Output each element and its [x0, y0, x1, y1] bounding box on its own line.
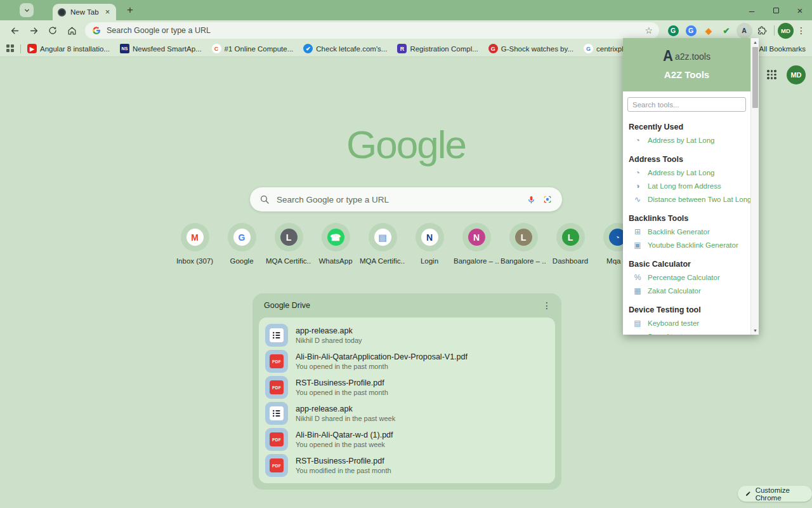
tool-item[interactable]: %Percentage Calculator: [629, 271, 745, 284]
a2z-logo-icon: A: [663, 49, 673, 64]
tool-item[interactable]: ◑Lat Long from Address: [629, 179, 745, 192]
popup-scrollbar[interactable]: ▲ ▼: [750, 38, 759, 335]
tools-sections: Recently Used◔Address by Lat LongAddress…: [623, 113, 750, 335]
tool-item-label: Address by Lat Long: [648, 169, 715, 177]
tool-item[interactable]: ⊞Backlink Generator: [629, 225, 745, 238]
tool-item[interactable]: ∿Distance between Two Lat Long: [629, 192, 745, 206]
tool-item[interactable]: ◔Address by Lat Long: [629, 166, 745, 179]
drive-file-row[interactable]: app-release.apkNikhil D shared today: [265, 323, 549, 348]
customize-chrome-button[interactable]: Customize Chrome: [738, 486, 812, 502]
apps-grid-icon[interactable]: [6, 44, 15, 53]
drive-file-row[interactable]: PDFRST-Business-Profile.pdfYou opened in…: [265, 375, 549, 400]
shortcut-tile[interactable]: LMQA Certific...: [265, 223, 312, 265]
tab-close-icon[interactable]: ×: [103, 8, 112, 17]
profile-avatar[interactable]: MD: [787, 65, 806, 84]
bookmark-item[interactable]: GG-Shock watches by...: [488, 44, 573, 53]
grammarly-icon[interactable]: G: [665, 23, 681, 39]
keyboard-icon: ▤: [633, 319, 642, 328]
profile-avatar[interactable]: MD: [778, 23, 794, 39]
shortcut-tile[interactable]: LDashboard: [547, 223, 594, 265]
bookmark-item[interactable]: ✔Check letcafe.com's...: [303, 44, 387, 53]
checkmark-icon[interactable]: ✔: [719, 23, 735, 39]
extensions-puzzle-icon[interactable]: [754, 23, 770, 39]
shortcut-tile[interactable]: GGoogle: [218, 223, 265, 265]
gmail-icon: M: [187, 229, 204, 246]
pdf-badge: PDF: [270, 458, 284, 472]
bookmark-star-icon[interactable]: ☆: [645, 25, 653, 36]
bookmark-item[interactable]: RRegistration Compl...: [397, 44, 478, 53]
tool-item-label: Zakat Calculator: [648, 287, 701, 295]
drive-file-name: Ali-Bin-Ali-Qatar-w-d (1).pdf: [296, 431, 393, 439]
scroll-up-icon[interactable]: ▲: [751, 38, 759, 46]
back-icon: [10, 25, 20, 36]
home-button[interactable]: [64, 23, 79, 38]
shortcut-tile[interactable]: NLogin: [406, 223, 453, 265]
tools-search-input[interactable]: [627, 97, 746, 112]
restore-button[interactable]: [764, 0, 788, 20]
bookmark-item[interactable]: ▶Angular 8 installatio...: [27, 44, 110, 53]
grammarly-icon-glyph: G: [668, 25, 679, 36]
scrollbar-thumb[interactable]: [752, 47, 758, 108]
search-input[interactable]: [277, 195, 519, 204]
minimize-button[interactable]: –: [740, 0, 764, 20]
browser-menu-button[interactable]: ⋮: [796, 25, 807, 36]
browser-tab[interactable]: New Tab ×: [53, 4, 116, 20]
back-button[interactable]: [7, 23, 22, 38]
mic-icon[interactable]: [525, 194, 537, 205]
translate-icon[interactable]: G: [683, 23, 699, 39]
gauge-icon: ◔: [633, 136, 642, 145]
tool-section: Basic Calculator%Percentage Calculator▦Z…: [629, 260, 745, 297]
drive-card-menu-button[interactable]: ⋮: [541, 300, 553, 311]
tool-section-heading: Backlinks Tools: [629, 214, 745, 223]
a2z-extension-icon[interactable]: A: [737, 23, 752, 39]
tool-item[interactable]: ▦Zakat Calculator: [629, 284, 745, 297]
address-bar-text[interactable]: Search Google or type a URL: [107, 26, 645, 35]
tool-item-label: Distance between Two Lat Long: [648, 196, 750, 203]
tool-item[interactable]: ▤Keyboard tester: [629, 316, 745, 330]
drive-card-header: Google Drive ⋮: [252, 293, 561, 318]
shortcut-tile[interactable]: ▤MQA Certific...: [359, 223, 406, 265]
drive-file-row[interactable]: PDFAli-Bin-Ali-QatarApplication-Dev-Prop…: [265, 349, 549, 374]
tool-item[interactable]: ♪Sound test: [629, 330, 745, 335]
check-badge-icon: ✔: [303, 44, 313, 53]
google-search-box[interactable]: [250, 187, 562, 211]
shortcut-tile-circle: N: [416, 223, 444, 251]
google-apps-icon[interactable]: [767, 70, 777, 80]
tab-search-button[interactable]: [20, 3, 34, 17]
forward-button[interactable]: [26, 23, 41, 38]
shortcut-tile-circle: L: [275, 223, 303, 251]
browser-titlebar: New Tab × + – ×: [0, 0, 812, 20]
tool-item[interactable]: ▣Youtube Backlink Generator: [629, 238, 745, 251]
address-bar[interactable]: Search Google or type a URL ☆: [85, 22, 659, 39]
drive-file-row[interactable]: PDFRST-Business-Profile.pdfYou modified …: [265, 453, 549, 478]
drive-file-name: app-release.apk: [296, 326, 362, 335]
drive-file-name: RST-Business-Profile.pdf: [296, 457, 391, 465]
tool-item[interactable]: ◔Address by Lat Long: [629, 133, 745, 147]
shortcut-tile-label: MQA Certific...: [266, 257, 311, 265]
shortcut-tile[interactable]: ☎WhatsApp: [312, 223, 359, 265]
scroll-down-icon[interactable]: ▼: [751, 326, 759, 335]
a2z-extension-icon-glyph: A: [739, 25, 750, 36]
chevron-down-icon: [23, 7, 30, 14]
shortcut-tile[interactable]: NBangalore – ...: [453, 223, 500, 265]
route-icon: ∿: [633, 195, 642, 204]
shortcut-tile[interactable]: MInbox (307): [171, 223, 218, 265]
drive-file-row[interactable]: PDFAli-Bin-Ali-Qatar-w-d (1).pdfYou open…: [265, 427, 549, 452]
reload-button[interactable]: [45, 23, 60, 38]
shortcut-tile-label: Dashboard: [553, 257, 588, 265]
gauge-icon: ◔: [633, 168, 642, 177]
extension-icons-row: GG◆✔A: [664, 23, 771, 39]
shortcut-tile[interactable]: LBangalore – ...: [500, 223, 547, 265]
bookmark-item[interactable]: C#1 Online Compute...: [212, 44, 294, 53]
pdf-file-icon: PDF: [265, 428, 288, 451]
bookmark-item[interactable]: NSNewsfeed SmartAp...: [120, 44, 202, 53]
close-button[interactable]: ×: [788, 0, 812, 20]
google-lens-icon[interactable]: [542, 194, 553, 205]
shortcut-tile-label: WhatsApp: [318, 257, 352, 265]
all-bookmarks-label: All Bookmarks: [759, 45, 806, 53]
google-g-icon: [91, 25, 102, 36]
metamask-icon[interactable]: ◆: [701, 23, 717, 39]
new-tab-button[interactable]: +: [122, 4, 138, 17]
drive-file-row[interactable]: app-release.apkNikhil D shared in the pa…: [265, 401, 549, 426]
tool-item-label: Backlink Generator: [648, 228, 710, 236]
